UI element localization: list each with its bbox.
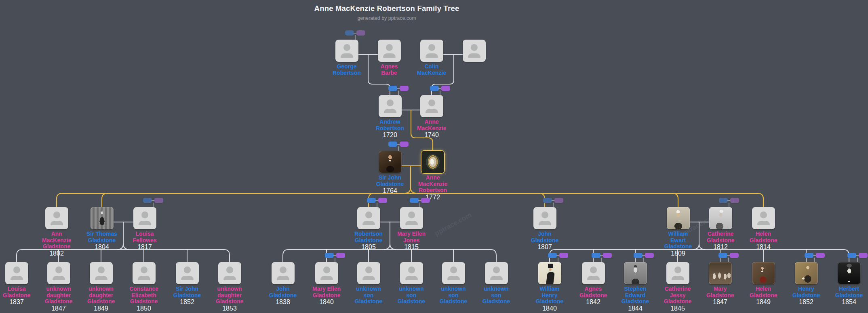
- expand-father-pill[interactable]: [718, 253, 727, 258]
- person-card-john-gladstone[interactable]: [272, 262, 295, 284]
- person-card-sir-john-gladstone[interactable]: [379, 151, 402, 173]
- person-card-louisa-gladstone[interactable]: [5, 262, 28, 284]
- expand-father-pill[interactable]: [367, 198, 376, 203]
- expand-mother-pill[interactable]: [441, 86, 450, 91]
- portrait-sir-john-gladstone: [379, 151, 402, 173]
- expand-father-pill[interactable]: [388, 86, 397, 91]
- avatar-head-icon: [323, 266, 330, 273]
- person-card-helen-gladstone[interactable]: [752, 207, 775, 229]
- person-card-henry-gladstone[interactable]: [795, 262, 818, 284]
- avatar-head-icon: [408, 266, 415, 273]
- person-card-constance-elizabeth-gladstone[interactable]: [133, 262, 156, 284]
- person-card-herbert-gladstone[interactable]: [838, 262, 861, 284]
- expand-mother-pill[interactable]: [559, 253, 568, 258]
- expand-mother-pill[interactable]: [645, 253, 654, 258]
- pill-stem-line: [398, 91, 399, 95]
- person-card-ann-mackenzie-gladstone[interactable]: [45, 207, 68, 229]
- person-card-sir-john-gladstone[interactable]: [176, 262, 199, 284]
- expand-mother-pill[interactable]: [378, 198, 387, 203]
- pill-stem-line: [335, 258, 335, 262]
- expand-mother-pill[interactable]: [421, 198, 430, 203]
- avatar-shoulders-icon: [757, 221, 770, 225]
- avatar-shoulders-icon: [587, 276, 600, 280]
- person-card-unknown-son-gladstone[interactable]: [400, 262, 423, 284]
- pill-stem-line: [857, 258, 858, 262]
- expand-mother-pill[interactable]: [859, 253, 868, 258]
- person-card-andrew-robertson[interactable]: [379, 95, 402, 117]
- person-card-unknown-spouse[interactable]: [463, 40, 486, 62]
- expand-mother-pill[interactable]: [400, 86, 409, 91]
- expand-mother-pill[interactable]: [730, 253, 739, 258]
- avatar-shoulders-icon: [405, 221, 418, 225]
- avatar-head-icon: [226, 266, 233, 273]
- avatar-head-icon: [53, 211, 60, 218]
- person-card-unknown-daughter-gladstone[interactable]: [90, 262, 113, 284]
- expand-father-pill[interactable]: [719, 198, 728, 203]
- person-card-colin-mackenzie[interactable]: [420, 40, 443, 62]
- expand-father-pill[interactable]: [592, 253, 600, 258]
- expand-mother-pill[interactable]: [154, 198, 163, 203]
- person-card-anne-mackenzie-robertson[interactable]: [421, 150, 445, 174]
- expand-mother-pill[interactable]: [356, 30, 365, 36]
- person-card-robertson-gladstone[interactable]: [357, 207, 380, 229]
- expand-father-pill[interactable]: [143, 198, 152, 203]
- person-card-anne-mackenzie[interactable]: [420, 95, 443, 117]
- avatar-shoulders-icon: [426, 53, 438, 58]
- expand-father-pill[interactable]: [345, 30, 354, 36]
- expand-mother-pill[interactable]: [400, 142, 409, 147]
- person-card-william-henry-gladstone[interactable]: [538, 262, 561, 284]
- lineage-connector: [405, 188, 411, 193]
- person-card-catherine-gladstone[interactable]: [709, 207, 732, 229]
- person-card-catherine-jessy-gladstone[interactable]: [666, 262, 689, 284]
- person-card-john-gladstone[interactable]: [533, 207, 556, 229]
- avatar-head-icon: [13, 266, 20, 273]
- person-card-helen-gladstone[interactable]: [752, 262, 775, 284]
- person-card-william-ewart-gladstone[interactable]: [667, 207, 690, 229]
- expand-father-pill[interactable]: [430, 86, 439, 91]
- portrait-stephen-edward-gladstone: [624, 262, 647, 284]
- avatar-head-icon: [408, 211, 415, 218]
- expand-mother-pill[interactable]: [730, 198, 739, 203]
- lineage-connector: [672, 193, 678, 207]
- expand-mother-pill[interactable]: [554, 198, 563, 203]
- expand-mother-pill[interactable]: [603, 253, 612, 258]
- pill-link-line: [333, 255, 336, 256]
- pill-stem-line: [419, 203, 420, 207]
- person-card-george-robertson[interactable]: [335, 40, 358, 62]
- person-card-unknown-daughter-gladstone[interactable]: [47, 262, 70, 284]
- avatar-head-icon: [674, 266, 681, 273]
- expand-father-pill[interactable]: [325, 253, 334, 258]
- person-card-stephen-edward-gladstone[interactable]: [624, 262, 647, 284]
- avatar-shoulders-icon: [384, 109, 396, 113]
- person-card-mary-gladstone[interactable]: [709, 262, 732, 284]
- person-card-mary-ellen-gladstone[interactable]: [315, 262, 338, 284]
- person-card-sir-thomas-gladstone[interactable]: [91, 207, 114, 229]
- lineage-connector: [758, 193, 763, 207]
- family-connector: [699, 244, 705, 250]
- pill-link-line: [727, 255, 730, 256]
- person-card-unknown-son-gladstone[interactable]: [357, 262, 380, 284]
- expand-father-pill[interactable]: [805, 253, 813, 258]
- person-card-louisa-fellowes[interactable]: [133, 207, 156, 229]
- person-card-agnes-gladstone[interactable]: [582, 262, 605, 284]
- expand-father-pill[interactable]: [543, 198, 552, 203]
- family-connector: [390, 244, 396, 250]
- person-card-mary-ellen-jones[interactable]: [400, 207, 423, 229]
- expand-father-pill[interactable]: [410, 198, 419, 203]
- expand-father-pill[interactable]: [388, 142, 397, 147]
- expand-father-pill[interactable]: [548, 253, 557, 258]
- pill-link-line: [813, 255, 816, 256]
- pill-link-line: [642, 255, 645, 256]
- avatar-shoulders-icon: [362, 276, 375, 280]
- person-card-unknown-son-gladstone[interactable]: [485, 262, 508, 284]
- expand-father-pill[interactable]: [847, 253, 856, 258]
- person-card-unknown-son-gladstone[interactable]: [442, 262, 465, 284]
- expand-mother-pill[interactable]: [336, 253, 345, 258]
- portrait-henry-gladstone: [795, 262, 818, 284]
- avatar-head-icon: [450, 266, 457, 273]
- avatar-shoulders-icon: [11, 276, 23, 280]
- expand-mother-pill[interactable]: [816, 253, 825, 258]
- expand-father-pill[interactable]: [634, 253, 643, 258]
- person-card-unknown-daughter-gladstone[interactable]: [218, 262, 241, 284]
- person-card-agnes-barbe[interactable]: [378, 40, 401, 62]
